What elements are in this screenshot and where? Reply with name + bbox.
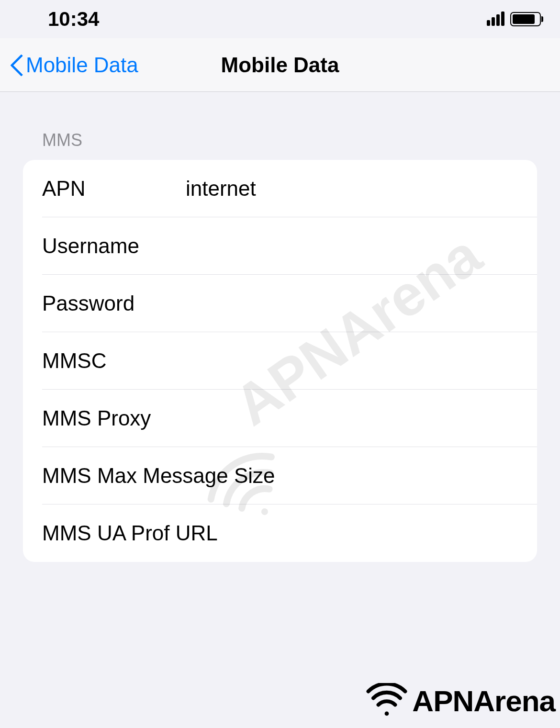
label-password: Password bbox=[42, 291, 186, 315]
label-mms-proxy: MMS Proxy bbox=[42, 406, 186, 430]
input-mms-max-size[interactable] bbox=[275, 464, 537, 488]
row-username[interactable]: Username bbox=[23, 217, 537, 275]
wifi-icon bbox=[365, 683, 408, 718]
input-mms-proxy[interactable] bbox=[186, 406, 518, 430]
battery-icon bbox=[510, 12, 541, 26]
input-mmsc[interactable] bbox=[186, 349, 518, 373]
row-mms-proxy[interactable]: MMS Proxy bbox=[23, 390, 537, 447]
status-bar: 10:34 bbox=[0, 0, 560, 38]
footer-logo: APNArena bbox=[365, 683, 555, 718]
cellular-signal-icon bbox=[487, 12, 504, 26]
section-header-mms: MMS bbox=[23, 130, 537, 150]
navigation-bar: Mobile Data Mobile Data bbox=[0, 38, 560, 92]
row-apn[interactable]: APN bbox=[23, 160, 537, 217]
input-username[interactable] bbox=[186, 234, 518, 258]
status-time: 10:34 bbox=[48, 8, 99, 31]
back-label: Mobile Data bbox=[26, 53, 138, 77]
row-password[interactable]: Password bbox=[23, 275, 537, 332]
input-apn[interactable] bbox=[186, 177, 518, 201]
row-mmsc[interactable]: MMSC bbox=[23, 332, 537, 390]
content-area: MMS APN Username Password MMSC MMS Proxy bbox=[0, 92, 560, 562]
settings-group-mms: APN Username Password MMSC MMS Proxy MMS… bbox=[23, 160, 537, 562]
label-mmsc: MMSC bbox=[42, 349, 186, 373]
chevron-left-icon bbox=[10, 55, 21, 76]
input-mms-ua-prof-url[interactable] bbox=[218, 521, 518, 545]
row-mms-ua-prof-url[interactable]: MMS UA Prof URL bbox=[23, 504, 537, 562]
page-title: Mobile Data bbox=[221, 53, 339, 77]
label-mms-max-size: MMS Max Message Size bbox=[42, 464, 275, 488]
label-username: Username bbox=[42, 234, 186, 258]
back-button[interactable]: Mobile Data bbox=[0, 53, 138, 77]
label-mms-ua-prof-url: MMS UA Prof URL bbox=[42, 521, 218, 545]
input-password[interactable] bbox=[186, 291, 518, 315]
label-apn: APN bbox=[42, 177, 186, 201]
row-mms-max-size[interactable]: MMS Max Message Size bbox=[23, 447, 537, 504]
status-indicators bbox=[487, 12, 541, 26]
footer-logo-text: APNArena bbox=[412, 684, 555, 718]
